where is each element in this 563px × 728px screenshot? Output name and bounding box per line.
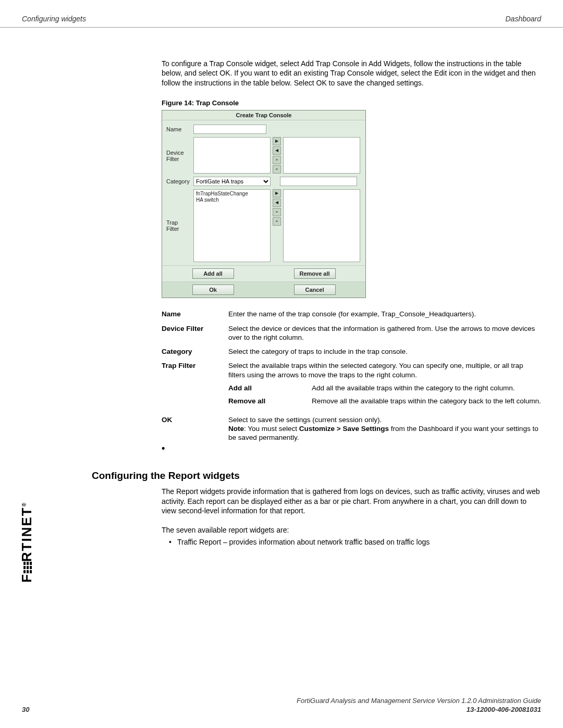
trap-console-dialog: Create Trap Console Name Device Filter ▶… xyxy=(162,110,366,298)
trap-move-all-right-icon[interactable]: » xyxy=(273,208,281,216)
move-left-icon[interactable]: ◀ xyxy=(273,146,281,155)
trap-move-right-icon[interactable]: ▶ xyxy=(273,189,281,198)
fortinet-logo-icon xyxy=(24,562,32,573)
report-widget-bullet-1: • Traffic Report – provides information … xyxy=(169,538,541,546)
def-term-category: Category xyxy=(162,347,228,356)
category-right-list[interactable] xyxy=(280,177,357,186)
ok-button[interactable]: Ok xyxy=(192,285,234,295)
section-heading-report-widgets: Configuring the Report widgets xyxy=(92,470,541,482)
device-filter-left-list[interactable] xyxy=(193,137,271,174)
bullet-divider: • xyxy=(162,447,541,449)
def-desc-name: Enter the name of the trap console (for … xyxy=(228,310,541,318)
cancel-button[interactable]: Cancel xyxy=(294,285,336,295)
label-name: Name xyxy=(166,125,193,132)
fortinet-logo: FRTINET® xyxy=(20,495,34,589)
header-divider xyxy=(0,27,563,28)
category-select[interactable]: FortiGate HA traps xyxy=(193,177,271,186)
header-left: Configuring widgets xyxy=(22,15,86,23)
header-right: Dashboard xyxy=(506,15,542,23)
add-all-button[interactable]: Add all xyxy=(192,268,234,279)
remove-all-button[interactable]: Remove all xyxy=(294,268,336,279)
footer-doc-title: FortiGuard Analysis and Management Servi… xyxy=(22,697,541,705)
move-all-right-icon[interactable]: » xyxy=(273,156,281,164)
report-widgets-para2: The seven available report widgets are: xyxy=(162,525,541,535)
def-term-ok: OK xyxy=(162,415,228,442)
definitions-table: Name Enter the name of the trap console … xyxy=(162,310,541,442)
def-sub-term-addall: Add all xyxy=(228,384,312,392)
label-category: Category xyxy=(166,177,193,184)
trap-move-left-icon[interactable]: ◀ xyxy=(273,199,281,207)
def-desc-ok: Select to save the settings (current ses… xyxy=(228,415,541,442)
name-input[interactable] xyxy=(193,125,266,134)
def-desc-category: Select the category of traps to include … xyxy=(228,347,541,356)
label-device-filter: Device Filter xyxy=(166,137,193,162)
def-term-name: Name xyxy=(162,310,228,318)
report-widgets-para1: The Report widgets provide information t… xyxy=(162,487,541,515)
trap-filter-left-list[interactable]: fnTrapHaStateChange HA switch xyxy=(193,189,271,262)
dialog-title: Create Trap Console xyxy=(162,110,365,120)
def-sub-desc-addall: Add all the available traps within the c… xyxy=(312,384,541,392)
move-all-left-icon[interactable]: « xyxy=(273,165,281,174)
trap-filter-right-list[interactable] xyxy=(283,189,360,262)
figure-caption: Figure 14: Trap Console xyxy=(162,99,541,107)
def-desc-trap-filter: Select the available traps within the se… xyxy=(228,361,541,379)
def-sub-term-removeall: Remove all xyxy=(228,397,312,405)
def-sub-desc-removeall: Remove all the available traps within th… xyxy=(312,397,541,405)
device-filter-right-list[interactable] xyxy=(283,137,360,174)
footer-doc-id: 13-12000-406-20081031 xyxy=(467,706,541,713)
def-term-device-filter: Device Filter xyxy=(162,324,228,342)
footer-page-number: 30 xyxy=(22,706,29,713)
def-term-trap-filter: Trap Filter xyxy=(162,361,228,410)
move-right-icon[interactable]: ▶ xyxy=(273,137,281,145)
label-trap-filter: Trap Filter xyxy=(166,189,193,232)
def-desc-device-filter: Select the device or devices that the in… xyxy=(228,324,541,342)
intro-paragraph: To configure a Trap Console widget, sele… xyxy=(162,59,541,88)
trap-move-all-left-icon[interactable]: « xyxy=(273,217,281,226)
